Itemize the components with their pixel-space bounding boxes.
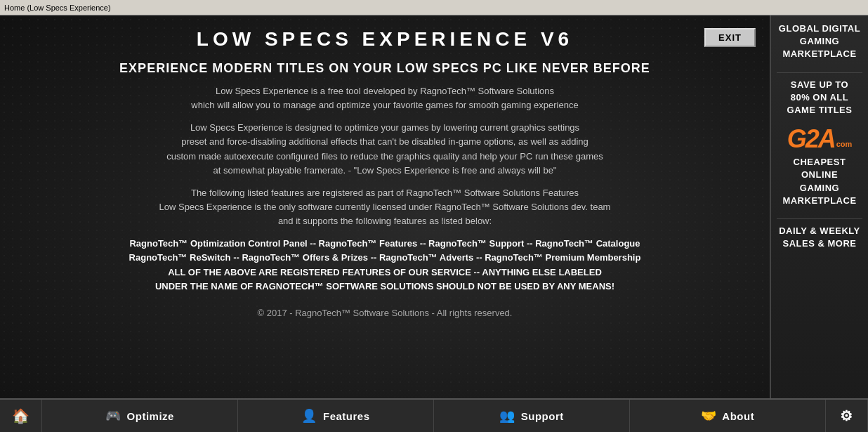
description-paragraph: Low Specs Experience is designed to opti… [166,121,603,178]
sidebar-promo-2: SAVE UP TO 80% ON ALL GAME TITLES [787,79,853,117]
nav-support[interactable]: 👥 Support [434,400,630,432]
main-headline: EXPERIENCE MODERN TITLES ON YOUR LOW SPE… [119,61,650,76]
nav-home[interactable]: 🏠 [0,400,42,432]
sidebar-divider-1 [777,72,862,73]
title-bar-label: Home (Low Specs Experience) [4,4,111,12]
main-container: LOW SPECS EXPERIENCE V6 EXIT EXPERIENCE … [0,15,868,432]
g2a-logo[interactable]: G2A com [787,126,853,152]
intro-paragraph: Low Specs Experience is a free tool deve… [191,84,578,112]
optimize-label: Optimize [127,410,174,422]
support-label: Support [521,410,564,422]
features-line1: RagnoTech™ Optimization Control Panel --… [129,237,641,251]
main-content: EXPERIENCE MODERN TITLES ON YOUR LOW SPE… [7,58,763,432]
features-line4: UNDER THE NAME OF RAGNOTECH™ SOFTWARE SO… [129,280,641,294]
g2a-com: com [836,140,853,148]
features-intro-paragraph: The following listed features are regist… [159,186,611,228]
features-list-paragraph: RagnoTech™ Optimization Control Panel --… [129,237,641,294]
home-icon: 🏠 [12,407,30,424]
about-icon: 🤝 [701,408,717,424]
nav-features[interactable]: 👤 Features [238,400,434,432]
about-label: About [722,410,754,422]
features-line2: RagnoTech™ ReSwitch -- RagnoTech™ Offers… [129,251,641,265]
bottom-navbar: 🏠 🎮 Optimize 👤 Features 👥 Support 🤝 Abou… [0,398,868,432]
content-area: LOW SPECS EXPERIENCE V6 EXIT EXPERIENCE … [0,15,770,432]
app-title: LOW SPECS EXPERIENCE V6 [7,28,763,51]
sidebar-promo-4: DAILY & WEEKLY SALES & MORE [779,225,860,250]
features-line3: ALL OF THE ABOVE ARE REGISTERED FEATURES… [129,266,641,280]
title-bar: Home (Low Specs Experience) [0,0,868,15]
features-icon: 👤 [301,408,317,424]
sidebar-promo-3: CHEAPEST ONLINE GAMING MARKETPLACE [777,156,862,207]
optimize-icon: 🎮 [105,408,121,424]
app-title-section: LOW SPECS EXPERIENCE V6 EXIT [7,15,763,58]
sidebar-promo-1: GLOBAL DIGITAL GAMING MARKETPLACE [779,22,860,61]
copyright-text: © 2017 - RagnoTech™ Software Solutions -… [258,308,513,318]
sidebar: GLOBAL DIGITAL GAMING MARKETPLACE SAVE U… [770,15,868,432]
exit-button[interactable]: EXIT [704,28,756,47]
nav-settings[interactable]: ⚙ [826,400,868,432]
settings-icon: ⚙ [840,407,853,424]
g2a-text: G2A [787,126,835,152]
sidebar-divider-2 [777,218,862,219]
nav-optimize[interactable]: 🎮 Optimize [42,400,238,432]
nav-about[interactable]: 🤝 About [630,400,826,432]
support-icon: 👥 [499,408,515,424]
features-label: Features [323,410,370,422]
